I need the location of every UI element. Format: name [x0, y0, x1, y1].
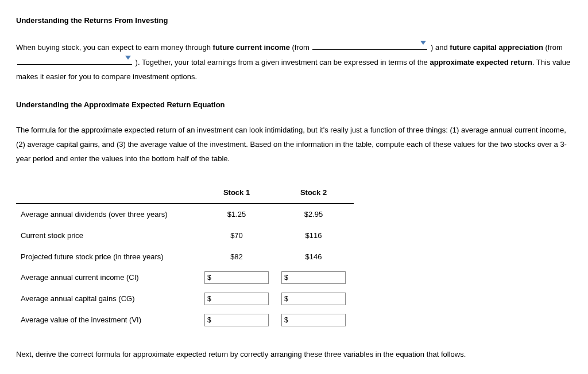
input-cg-stock1[interactable]	[204, 293, 269, 305]
table-row: Current stock price $70 $116	[16, 225, 354, 247]
input-vi-stock1[interactable]	[204, 314, 269, 326]
paragraph-3: Next, derive the correct formula for app…	[16, 348, 572, 362]
table-row: Average annual current income (CI)	[16, 267, 354, 289]
p1-bold-future-income: future current income	[213, 43, 290, 52]
p1-text-f: (from	[543, 43, 563, 52]
paragraph-2: The formula for the approximate expected…	[16, 123, 572, 166]
row-label: Average annual current income (CI)	[16, 267, 200, 289]
row-label: Average annual dividends (over three yea…	[16, 204, 200, 225]
p1-text-a: When buying stock, you can expect to ear…	[16, 43, 213, 52]
heading-returns: Understanding the Returns From Investing	[16, 14, 572, 28]
cell-input	[277, 267, 354, 289]
table-row: Average annual dividends (over three yea…	[16, 204, 354, 225]
row-label: Average annual capital gains (CG)	[16, 289, 200, 310]
dropdown-income-source[interactable]	[312, 40, 427, 50]
th-stock2: Stock 2	[277, 182, 354, 204]
th-stock1: Stock 1	[200, 182, 277, 204]
cell-input	[200, 289, 277, 310]
input-ci-stock2[interactable]	[281, 271, 346, 284]
row-label: Current stock price	[16, 225, 200, 247]
input-vi-stock2[interactable]	[281, 314, 346, 326]
p1-text-c: (from	[290, 43, 312, 52]
th-blank	[16, 182, 200, 204]
cell-input	[200, 267, 277, 289]
p1-bold-expected-return: approximate expected return	[430, 58, 532, 67]
cell-input	[200, 310, 277, 331]
cell-value: $116	[277, 225, 354, 247]
row-label: Average value of the investment (VI)	[16, 310, 200, 331]
cell-value: $70	[200, 225, 277, 247]
cell-value: $146	[277, 247, 354, 268]
chevron-down-icon	[420, 41, 426, 45]
table-row: Average value of the investment (VI)	[16, 310, 354, 331]
chevron-down-icon	[125, 56, 131, 60]
p1-bold-capital-appreciation: future capital appreciation	[450, 43, 543, 52]
table-row: Average annual capital gains (CG)	[16, 289, 354, 310]
input-cg-stock2[interactable]	[281, 293, 346, 305]
table-row: Projected future stock price (in three y…	[16, 247, 354, 268]
input-ci-stock1[interactable]	[204, 271, 269, 284]
cell-value: $1.25	[200, 204, 277, 225]
paragraph-1: When buying stock, you can expect to ear…	[16, 40, 572, 84]
cell-value: $2.95	[277, 204, 354, 225]
cell-input	[277, 310, 354, 331]
p1-text-g: ). Together, your total earnings from a …	[133, 58, 430, 67]
row-label: Projected future stock price (in three y…	[16, 247, 200, 268]
p1-text-d: ) and	[428, 43, 450, 52]
stock-table: Stock 1 Stock 2 Average annual dividends…	[16, 182, 354, 331]
cell-value: $82	[200, 247, 277, 268]
heading-equation: Understanding the Approximate Expected R…	[16, 98, 572, 112]
cell-input	[277, 289, 354, 310]
dropdown-appreciation-source[interactable]	[17, 54, 132, 65]
